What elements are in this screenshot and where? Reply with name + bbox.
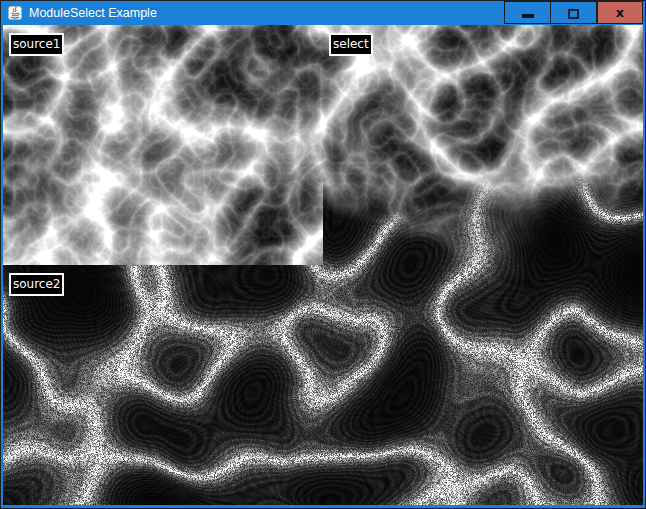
minimize-icon (522, 14, 534, 18)
close-icon: x (616, 6, 624, 19)
java-app-icon (8, 6, 22, 20)
titlebar[interactable]: ModuleSelect Example x (1, 1, 645, 25)
label-source2: source2 (9, 273, 64, 296)
label-source1: source1 (9, 33, 64, 56)
label-select: select (329, 33, 373, 56)
maximize-icon (568, 9, 579, 19)
titlebar-buttons: x (504, 1, 643, 25)
minimize-button[interactable] (504, 1, 550, 24)
app-window: ModuleSelect Example x source1 select so… (0, 0, 646, 509)
window-title: ModuleSelect Example (29, 1, 157, 25)
render-area: source1 select source2 (3, 25, 643, 505)
noise-texture-canvas (3, 25, 643, 505)
close-button[interactable]: x (597, 1, 643, 24)
maximize-button[interactable] (550, 1, 597, 24)
